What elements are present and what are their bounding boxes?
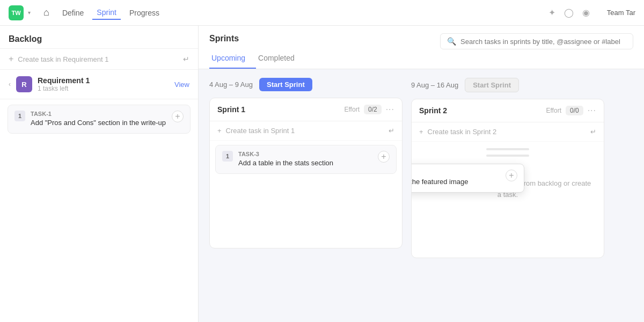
sprint1-column: Sprint 1 Effort 0/2 ··· + Create task in… xyxy=(209,98,402,248)
sprint1-effort-value: 0/2 xyxy=(364,105,382,114)
task-add-button[interactable]: + xyxy=(172,111,184,122)
nav-progress[interactable]: Progress xyxy=(125,6,164,19)
sprint2-create-row[interactable]: + Create task in Sprint 2 ↵ xyxy=(412,122,604,142)
sprint1-header: Sprint 1 Effort 0/2 ··· xyxy=(210,98,402,121)
sprint2-plus-icon: + xyxy=(419,128,423,136)
sprint1-effort-label: Effort xyxy=(345,106,360,113)
sprint2-return-icon: ↵ xyxy=(590,128,596,136)
sprint1-create-row[interactable]: + Create task in Sprint 1 ↵ xyxy=(210,121,402,141)
search-icon: 🔍 xyxy=(447,37,456,46)
sprints-title: Sprints xyxy=(209,34,239,43)
sprint2-column: Sprint 2 Effort 0/0 ··· + Create task in… xyxy=(411,99,604,258)
home-icon[interactable]: ⌂ xyxy=(43,7,49,18)
sprint1-title: Sprint 1 xyxy=(217,105,340,114)
drag-task-desc: Design the featured image xyxy=(411,177,500,187)
search-input[interactable] xyxy=(460,38,626,46)
sprint1-body: 1 TASK-3 Add a table in the stats sectio… xyxy=(210,141,402,248)
sprint1-date: 4 Aug – 9 Aug xyxy=(209,80,253,89)
req-chevron-icon[interactable]: ‹ xyxy=(9,80,11,88)
top-nav: TW ▾ ⌂ Define Sprint Progress ✦ ◯ ◉ Team… xyxy=(0,0,644,26)
settings-icon[interactable]: ✦ xyxy=(548,8,555,18)
task-priority-badge: 1 xyxy=(14,111,25,121)
sprint1-date-header: 4 Aug – 9 Aug Start Sprint xyxy=(209,78,402,91)
return-icon: ↵ xyxy=(183,55,189,63)
topnav-icons: ✦ ◯ ◉ xyxy=(548,8,590,18)
sprint2-date-header: 9 Aug – 16 Aug Start Sprint xyxy=(411,78,604,92)
sprints-body: 4 Aug – 9 Aug Start Sprint Sprint 1 Effo… xyxy=(199,69,644,267)
sprint2-menu-button[interactable]: ··· xyxy=(588,106,596,115)
sidebar-backlog: Backlog + Create task in Requirement 1 ↵… xyxy=(0,26,199,322)
sprint1-task-info: TASK-3 Add a table in the stats section xyxy=(238,151,372,168)
sprint1-task-card: 1 TASK-3 Add a table in the stats sectio… xyxy=(215,145,397,174)
requirement-subtitle: 1 tasks left xyxy=(38,85,169,92)
avatar: TW xyxy=(9,5,24,20)
requirement-title: Requirement 1 xyxy=(38,76,169,85)
nav-define[interactable]: Define xyxy=(58,6,88,19)
sprints-panel: Sprints 🔍 Upcoming Completed 4 Aug – 9 A… xyxy=(199,26,644,322)
requirement-view-link[interactable]: View xyxy=(174,80,189,89)
drag-card: 1 TASK-2 Design the featured image + xyxy=(411,164,524,193)
sprint1-wrapper: 4 Aug – 9 Aug Start Sprint Sprint 1 Effo… xyxy=(209,78,402,258)
search-bar: 🔍 xyxy=(440,33,633,49)
sprints-header: Sprints 🔍 Upcoming Completed xyxy=(199,26,644,69)
sprint-tabs: Upcoming Completed xyxy=(209,49,633,69)
sprint2-effort-value: 0/0 xyxy=(566,106,583,115)
sprint1-plus-icon: + xyxy=(217,127,222,135)
requirement-info: Requirement 1 1 tasks left xyxy=(38,76,169,92)
create-backlog-task-row[interactable]: + Create task in Requirement 1 ↵ xyxy=(0,49,198,70)
task-description: Add "Pros and Cons" section in the write… xyxy=(31,118,166,128)
sprint2-header: Sprint 2 Effort 0/0 ··· xyxy=(412,99,604,122)
sprint2-title: Sprint 2 xyxy=(419,106,542,115)
sprint1-menu-button[interactable]: ··· xyxy=(386,105,394,114)
backlog-task-card: 1 TASK-1 Add "Pros and Cons" section in … xyxy=(8,105,191,134)
tab-completed[interactable]: Completed xyxy=(256,49,305,69)
task-info: TASK-1 Add "Pros and Cons" section in th… xyxy=(31,111,166,128)
main-layout: Backlog + Create task in Requirement 1 ↵… xyxy=(0,26,644,322)
plus-icon: + xyxy=(9,54,13,64)
sprint2-start-button[interactable]: Start Sprint xyxy=(465,78,519,92)
requirement-badge: R xyxy=(16,76,32,92)
sprint1-return-icon: ↵ xyxy=(389,127,394,135)
sprint1-create-label: Create task in Sprint 1 xyxy=(226,127,295,135)
sprint2-create-label: Create task in Sprint 2 xyxy=(428,128,497,136)
team-name: Team Tar xyxy=(607,9,635,17)
drag-task-info: TASK-2 Design the featured image xyxy=(411,170,500,187)
tab-upcoming[interactable]: Upcoming xyxy=(209,49,256,69)
avatar-chevron-icon[interactable]: ▾ xyxy=(28,10,31,16)
task-id: TASK-1 xyxy=(31,111,166,117)
sprint2-effort-label: Effort xyxy=(546,107,561,114)
drag-task-add-btn[interactable]: + xyxy=(506,170,517,181)
sprint1-task-add-btn[interactable]: + xyxy=(378,151,390,163)
sprint1-task-desc: Add a table in the stats section xyxy=(238,158,372,168)
drag-task-id: TASK-2 xyxy=(411,170,500,176)
sprint1-start-button[interactable]: Start Sprint xyxy=(259,78,312,91)
requirement-section: ‹ R Requirement 1 1 tasks left View xyxy=(0,70,198,99)
sprint2-wrapper: 9 Aug – 16 Aug Start Sprint Sprint 2 Eff… xyxy=(411,78,604,258)
backlog-title: Backlog xyxy=(0,26,198,49)
create-backlog-task-label: Create task in Requirement 1 xyxy=(18,55,108,63)
sprint1-task-priority: 1 xyxy=(222,151,233,162)
nav-sprint[interactable]: Sprint xyxy=(92,6,121,20)
circle-icon[interactable]: ◯ xyxy=(564,8,574,18)
dot-icon[interactable]: ◉ xyxy=(582,8,590,18)
sprint1-task-id: TASK-3 xyxy=(238,151,372,157)
sprint2-date: 9 Aug – 16 Aug xyxy=(411,81,458,89)
